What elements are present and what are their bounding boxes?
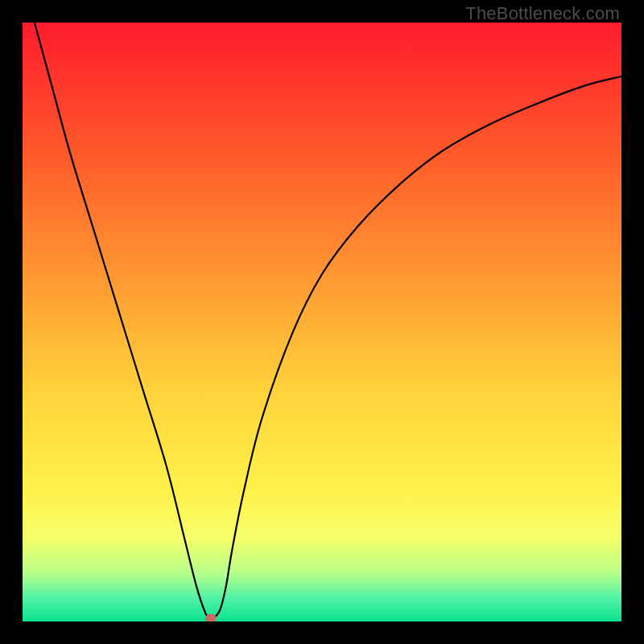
watermark-text: TheBottleneck.com	[465, 3, 620, 24]
optimum-marker	[205, 614, 217, 621]
curve-layer	[23, 23, 621, 621]
chart-frame	[23, 23, 621, 621]
bottleneck-curve	[35, 23, 621, 619]
